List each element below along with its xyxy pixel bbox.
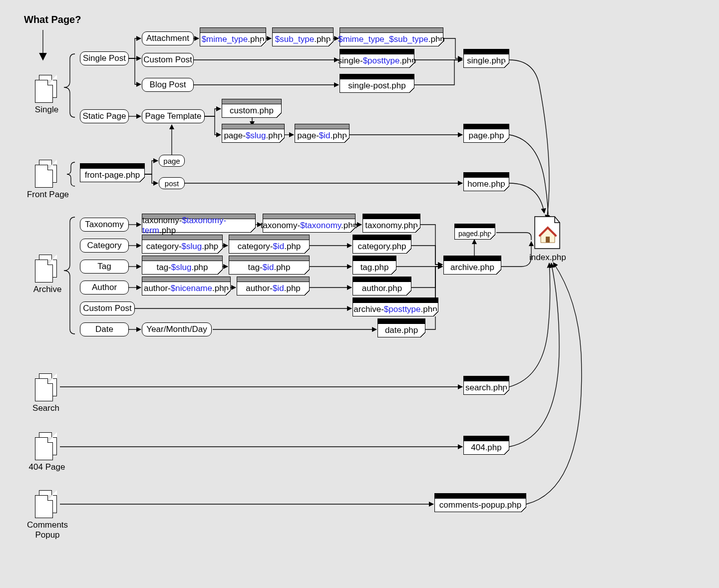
text: taxonomy.php — [365, 221, 418, 231]
tpl-tag: tag.php — [353, 256, 396, 275]
cap-author: Author — [80, 281, 129, 294]
cap-page-small: page — [159, 155, 185, 167]
text: single.php — [467, 56, 506, 66]
text: $sub_type.php — [275, 34, 331, 44]
label-single: Single — [33, 105, 60, 115]
text: comments-popup.php — [439, 500, 521, 510]
cap-single-post: Single Post — [80, 51, 129, 65]
cap-custom-post: Custom Post — [142, 53, 194, 67]
tpl-date: date.php — [377, 318, 425, 337]
text: page.php — [469, 131, 504, 141]
tpl-taxonomy-term: taxonomy-$taxonomy-term.php — [142, 214, 256, 233]
tpl-search: search.php — [463, 376, 509, 395]
tpl-page-id: page-$id.php — [295, 124, 350, 143]
text: $mime_type_$sub_type.php — [338, 34, 445, 44]
text: author-$nicename.php — [144, 284, 229, 294]
tpl-taxonomy-taxonomy: taxonomy-$taxonomy.php — [263, 214, 356, 233]
label-archive: Archive — [30, 285, 65, 294]
tpl-front-page: front-page.php — [80, 163, 145, 182]
tpl-sub-type: $sub_type.php — [272, 27, 334, 46]
label-index: index.php — [529, 253, 564, 263]
tpl-tag-slug: tag-$slug.php — [142, 256, 223, 275]
tpl-single-post: single-post.php — [340, 74, 414, 93]
text: tag.php — [360, 263, 389, 273]
cap-ymd: Year/Month/Day — [142, 322, 212, 336]
tpl-home: home.php — [463, 172, 509, 191]
doc-icon-archive — [35, 255, 57, 283]
text: author.php — [362, 284, 402, 294]
text: search.php — [465, 383, 507, 393]
text: tag-$slug.php — [156, 263, 208, 273]
cap-date: Date — [80, 322, 129, 336]
tpl-author: author.php — [353, 277, 411, 295]
text: home.php — [467, 179, 505, 189]
label-search: Search — [31, 403, 61, 413]
tpl-paged: paged.php — [454, 224, 495, 240]
tpl-archive-posttype: archive-$posttype.php — [353, 297, 438, 316]
svg-rect-30 — [546, 237, 550, 243]
cap-taxonomy: Taxonomy — [80, 218, 129, 232]
tpl-custom: custom.php — [222, 99, 282, 118]
tpl-page: page.php — [463, 124, 509, 143]
doc-icon-404 — [35, 432, 57, 460]
text: single-post.php — [348, 81, 405, 91]
tpl-404: 404.php — [463, 436, 509, 455]
text: taxonomy-$taxonomy.php — [261, 221, 358, 231]
text: custom.php — [230, 106, 274, 116]
text: author-$id.php — [246, 284, 301, 294]
tpl-author-id: author-$id.php — [237, 277, 310, 295]
index-node: index.php — [529, 215, 564, 263]
tpl-tag-id: tag-$id.php — [229, 256, 310, 275]
label-404: 404 Page — [27, 462, 67, 472]
label-front-page: Front Page — [25, 190, 71, 200]
label-comments: Comments Popup — [25, 520, 70, 540]
text: page-$id.php — [297, 131, 347, 141]
tpl-mime-sub-type: $mime_type_$sub_type.php — [340, 27, 443, 46]
tpl-category: category.php — [353, 235, 411, 254]
text: archive.php — [450, 263, 494, 273]
text: archive-$posttype.php — [354, 304, 437, 314]
text: category-$slug.php — [146, 242, 219, 252]
home-icon — [531, 215, 563, 251]
text: category-$id.php — [238, 242, 301, 252]
doc-icon-comments — [35, 490, 57, 518]
cap-attachment: Attachment — [142, 31, 194, 45]
diagram-title: What Page? — [24, 14, 81, 25]
text: taxonomy-$taxonomy-term.php — [142, 216, 255, 236]
tpl-category-id: category-$id.php — [229, 235, 310, 254]
tpl-taxonomy: taxonomy.php — [362, 214, 420, 233]
text: $mime_type.php — [202, 34, 265, 44]
tpl-single-posttype: single-$posttype.php — [340, 49, 414, 68]
cap-custom-post-archive: Custom Post — [80, 301, 135, 315]
text: 404.php — [471, 443, 501, 453]
tpl-single: single.php — [463, 49, 509, 68]
tpl-category-slug: category-$slug.php — [142, 235, 223, 254]
cap-tag: Tag — [80, 260, 129, 274]
text: paged.php — [458, 230, 491, 238]
text: page-$slug.php — [224, 131, 282, 141]
doc-icon-single — [35, 75, 57, 103]
tpl-comments-popup: comments-popup.php — [434, 493, 526, 512]
cap-static-page: Static Page — [80, 109, 129, 123]
cap-blog-post: Blog Post — [142, 78, 194, 92]
doc-icon-front-page — [35, 160, 57, 188]
tpl-archive: archive.php — [443, 256, 501, 275]
text: front-page.php — [85, 170, 140, 180]
cap-page-template: Page Template — [142, 109, 205, 123]
tpl-author-nicename: author-$nicename.php — [142, 277, 231, 295]
cap-category: Category — [80, 239, 129, 253]
text: date.php — [385, 325, 418, 335]
text: tag-$id.php — [248, 263, 290, 273]
text: category.php — [358, 242, 406, 252]
cap-post-small: post — [159, 177, 185, 189]
tpl-page-slug: page-$slug.php — [222, 124, 285, 143]
doc-icon-search — [35, 373, 57, 401]
tpl-mime-type: $mime_type.php — [200, 27, 266, 46]
text: single-$posttype.php — [338, 56, 416, 66]
